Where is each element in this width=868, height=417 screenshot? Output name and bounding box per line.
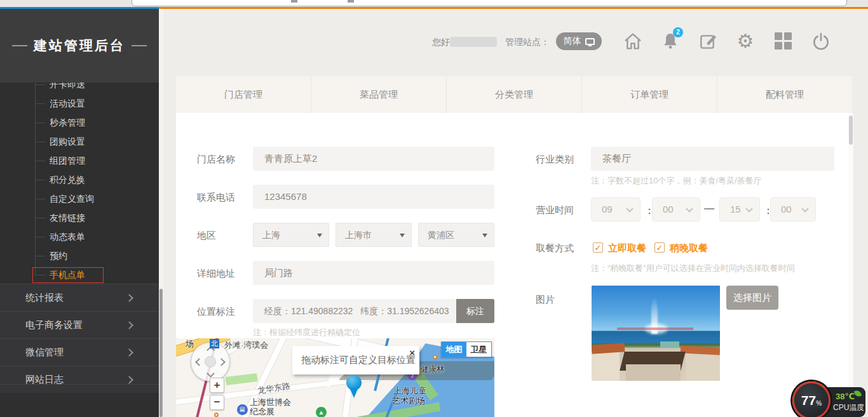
map-type-map-button[interactable]: 地图 bbox=[442, 342, 466, 357]
section-label: 电子商务设置 bbox=[25, 319, 83, 331]
sidebar-scrollbar-thumb[interactable] bbox=[159, 289, 163, 417]
grid-apps-icon[interactable] bbox=[773, 31, 794, 51]
address-label: 详细地址 bbox=[197, 268, 235, 280]
industry-input[interactable]: 茶餐厅 bbox=[591, 147, 834, 171]
pickup-later-checkbox[interactable]: ✓ bbox=[654, 242, 665, 253]
photo-building bbox=[686, 353, 720, 381]
store-name-input[interactable]: 青青原上草2 bbox=[253, 147, 494, 171]
map-label-theater-line2: 艺术剧场 bbox=[392, 395, 425, 407]
map-pin-marker[interactable] bbox=[346, 375, 362, 390]
city-select[interactable]: 上海市 bbox=[336, 223, 412, 247]
end-hour-select[interactable]: 15 bbox=[719, 197, 760, 222]
tab-store-management[interactable]: 门店管理 bbox=[176, 76, 311, 113]
north-compass-icon: 北 bbox=[210, 339, 219, 348]
address-input[interactable]: 局门路 bbox=[253, 261, 494, 285]
pan-right-arrow[interactable] bbox=[217, 358, 226, 366]
chevron-right-icon bbox=[125, 376, 133, 384]
address-bar-icon bbox=[291, 0, 297, 3]
bell-icon[interactable]: 2 bbox=[660, 31, 681, 51]
tab-ingredient-management[interactable]: 配料管理 bbox=[717, 76, 852, 113]
sidebar-section-wechat[interactable]: 微信管理 bbox=[0, 338, 159, 366]
choose-image-button[interactable]: 选择图片 bbox=[726, 286, 778, 310]
longitude-label: 经度： bbox=[264, 306, 291, 316]
zoom-out-button[interactable]: − bbox=[210, 395, 224, 410]
pickup-note: 注：“稍晚取餐”用户可以选择在营业时间内选择取餐时间 bbox=[591, 263, 795, 274]
form-panel: 门店名称 青青原上草2 联系电话 12345678 地区 上海 上海市 黄浦区 … bbox=[176, 113, 848, 417]
map-label-bund: 外滩·湾璞会 bbox=[224, 340, 268, 351]
app-root: 开卡即送 活动设置 秒杀管理 团购设置 组团管理 积分兑换 自定义查询 友情链接… bbox=[0, 0, 868, 417]
chevron-right-icon bbox=[125, 321, 133, 329]
mark-location-button[interactable]: 标注 bbox=[456, 299, 494, 323]
sidebar-item[interactable]: 动态表单 bbox=[0, 227, 159, 246]
map-label-yellow-road: 场 bbox=[186, 338, 194, 350]
zoom-in-button[interactable]: + bbox=[210, 378, 224, 393]
sidebar-item[interactable]: 自定义查询 bbox=[0, 189, 159, 208]
time-dash: — bbox=[704, 203, 714, 215]
pan-down-arrow[interactable] bbox=[207, 369, 215, 378]
title-dash bbox=[132, 45, 147, 46]
start-hour-select[interactable]: 09 bbox=[591, 197, 641, 222]
edit-icon[interactable] bbox=[698, 31, 718, 51]
chevron-right-icon bbox=[125, 294, 133, 302]
district-value: 黄浦区 bbox=[428, 230, 454, 240]
dropdown-arrow-icon bbox=[482, 234, 487, 237]
province-select[interactable]: 上海 bbox=[253, 223, 329, 247]
tooltip-pointer bbox=[327, 372, 344, 391]
greeting-text: 您好 bbox=[432, 37, 450, 48]
divider bbox=[0, 384, 159, 385]
selected-item-frame bbox=[32, 267, 104, 283]
province-value: 上海 bbox=[262, 230, 280, 240]
power-icon[interactable] bbox=[811, 31, 831, 51]
pickup-label: 取餐方式 bbox=[536, 242, 574, 255]
pickup-now-checkbox[interactable]: ✓ bbox=[593, 242, 603, 253]
sidebar-item[interactable]: 预约 bbox=[0, 246, 159, 265]
panel-scrollbar-thumb[interactable] bbox=[849, 116, 853, 145]
panel-scrollbar-track[interactable] bbox=[848, 113, 853, 417]
photo-roof bbox=[592, 343, 625, 354]
location-input[interactable]: 经度：121.490882232 纬度：31.1952626403 bbox=[253, 299, 456, 323]
sidebar-item[interactable]: 秒杀管理 bbox=[0, 113, 159, 132]
map-canvas[interactable]: 场 外滩·湾璞会 龙华东路 上海世博会 纪念展 健康林 上海儿童 艺术剧场 🏛 … bbox=[176, 338, 494, 417]
pickup-later-label[interactable]: 稍晚取餐 bbox=[670, 242, 708, 255]
header: 您好 管理站点： 简体 2 ⚙ bbox=[163, 9, 868, 76]
language-button[interactable]: 简体 bbox=[556, 32, 602, 50]
sidebar-section-logs[interactable]: 网站日志 bbox=[0, 366, 159, 393]
longitude-value: 121.490882232 bbox=[291, 306, 353, 316]
start-minute-select[interactable]: 00 bbox=[652, 197, 700, 222]
manage-site-label: 管理站点： bbox=[505, 37, 550, 48]
tab-order-management[interactable]: 订单管理 bbox=[581, 76, 717, 113]
tooltip-close-icon[interactable]: × bbox=[409, 347, 415, 358]
sidebar-item[interactable]: 团购设置 bbox=[0, 132, 159, 151]
end-minute-value: 00 bbox=[781, 204, 792, 215]
small-poi-dot bbox=[214, 413, 219, 417]
tab-category-management[interactable]: 分类管理 bbox=[446, 76, 581, 113]
sidebar-item[interactable]: 组团管理 bbox=[0, 151, 159, 170]
sidebar-item[interactable]: 活动设置 bbox=[0, 94, 159, 113]
district-select[interactable]: 黄浦区 bbox=[418, 223, 494, 247]
gear-icon[interactable]: ⚙ bbox=[735, 31, 756, 51]
language-label: 简体 bbox=[564, 36, 581, 47]
photo-watermark bbox=[617, 328, 693, 330]
address-bar-fragment[interactable] bbox=[132, 0, 847, 6]
location-label: 位置标注 bbox=[197, 306, 235, 318]
end-minute-select[interactable]: 00 bbox=[770, 197, 816, 222]
tab-dish-management[interactable]: 菜品管理 bbox=[311, 76, 446, 113]
sidebar-item-selected[interactable]: 手机点单 bbox=[0, 265, 159, 284]
pan-center[interactable] bbox=[205, 356, 216, 367]
sidebar-item[interactable]: 积分兑换 bbox=[0, 170, 159, 189]
home-icon[interactable] bbox=[623, 31, 643, 51]
region-label: 地区 bbox=[197, 230, 216, 242]
cpu-usage-gauge: 77 % bbox=[792, 381, 831, 417]
sidebar-section-ecommerce[interactable]: 电子商务设置 bbox=[0, 311, 159, 338]
pan-left-arrow[interactable] bbox=[195, 358, 203, 366]
sidebar-item[interactable]: 友情链接 bbox=[0, 208, 159, 227]
sidebar: 开卡即送 活动设置 秒杀管理 团购设置 组团管理 积分兑换 自定义查询 友情链接… bbox=[0, 9, 159, 417]
photo-building bbox=[626, 364, 681, 381]
phone-input[interactable]: 12345678 bbox=[253, 185, 494, 209]
dropdown-arrow-icon bbox=[317, 234, 322, 237]
map-type-satellite-button[interactable]: 卫星 bbox=[466, 342, 491, 357]
pickup-now-label[interactable]: 立即取餐 bbox=[608, 242, 646, 255]
city-value: 上海市 bbox=[345, 230, 372, 240]
map-label-expo-line2: 纪念展 bbox=[250, 406, 275, 417]
sidebar-section-stats[interactable]: 统计报表 bbox=[0, 284, 159, 311]
